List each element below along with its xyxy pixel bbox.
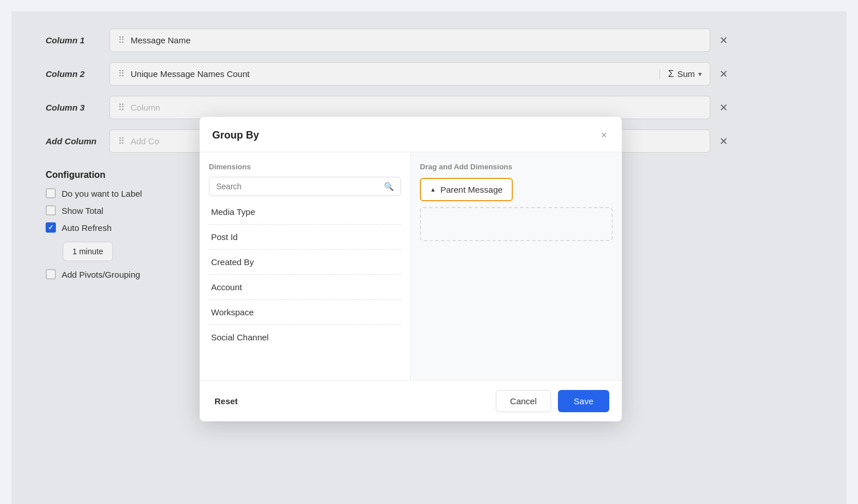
dimension-item-post-id[interactable]: Post Id bbox=[209, 225, 401, 250]
drag-drop-zone[interactable] bbox=[420, 207, 613, 241]
modal-close-button[interactable]: × bbox=[598, 127, 609, 144]
search-icon: 🔍 bbox=[384, 182, 394, 191]
search-box[interactable]: 🔍 bbox=[209, 177, 401, 196]
active-dimension-label: Parent Message bbox=[440, 185, 503, 194]
dimensions-section-label: Dimensions bbox=[209, 162, 401, 171]
dimension-item-account[interactable]: Account bbox=[209, 275, 401, 300]
drag-section-label: Drag and Add Dimensions bbox=[420, 162, 613, 171]
footer-actions: Cancel Save bbox=[496, 390, 609, 412]
dimensions-panel: Dimensions 🔍 Media Type Post Id Created … bbox=[200, 152, 411, 380]
reset-button[interactable]: Reset bbox=[212, 392, 240, 410]
save-button[interactable]: Save bbox=[558, 390, 609, 412]
dimension-item-media-type[interactable]: Media Type bbox=[209, 200, 401, 225]
active-dimension-item[interactable]: ▲ Parent Message bbox=[420, 178, 513, 201]
drag-drop-panel: Drag and Add Dimensions ▲ Parent Message bbox=[411, 152, 622, 380]
modal-body: Dimensions 🔍 Media Type Post Id Created … bbox=[200, 152, 622, 380]
search-input[interactable] bbox=[216, 182, 379, 191]
modal-header: Group By × bbox=[200, 117, 622, 152]
dimension-item-workspace[interactable]: Workspace bbox=[209, 300, 401, 325]
group-by-modal: Group By × Dimensions 🔍 Media Type Post … bbox=[200, 117, 622, 421]
modal-footer: Reset Cancel Save bbox=[200, 380, 622, 421]
cancel-button[interactable]: Cancel bbox=[496, 390, 551, 412]
modal-title: Group By bbox=[212, 129, 259, 141]
dimension-item-created-by[interactable]: Created By bbox=[209, 250, 401, 275]
page-container: Column 1 ⠿ Message Name ✕ Column 2 ⠿ Uni… bbox=[11, 11, 847, 504]
dimension-item-social-channel[interactable]: Social Channel bbox=[209, 325, 401, 349]
triangle-icon: ▲ bbox=[430, 186, 436, 193]
